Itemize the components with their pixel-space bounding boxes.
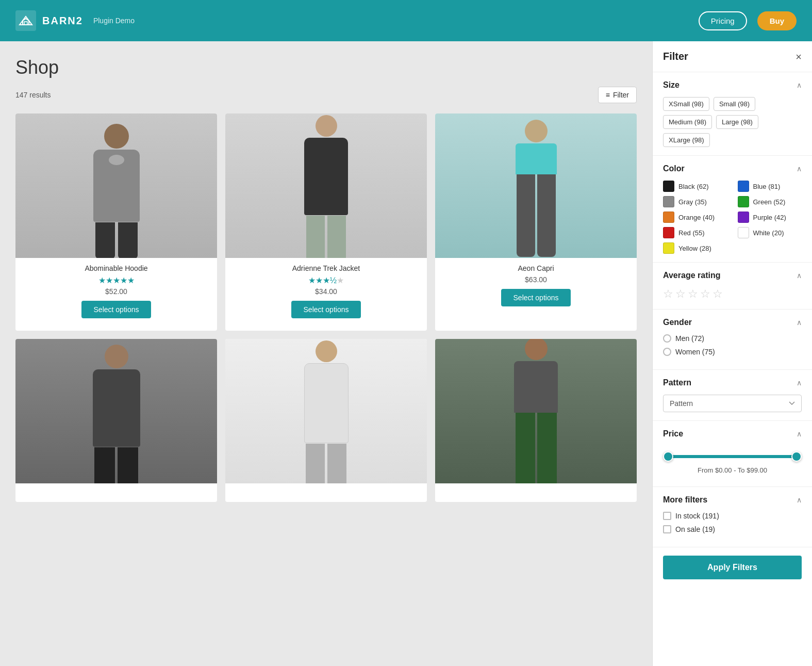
product-image-4 <box>15 339 217 483</box>
pattern-chevron-icon[interactable]: ∧ <box>797 379 802 387</box>
color-item-red[interactable]: Red (55) <box>663 227 727 238</box>
rating-stars[interactable]: ☆ ☆ ☆ ☆ ☆ <box>663 287 802 301</box>
select-options-button[interactable]: Select options <box>291 301 361 318</box>
color-swatch-purple <box>738 212 749 223</box>
product-card: Aeon Capri $63.00 Select options <box>435 113 637 331</box>
header: BARN2 Plugin Demo Pricing Buy <box>0 0 812 41</box>
price-section-header: Price ∧ <box>663 429 802 438</box>
color-swatch-red <box>663 227 674 238</box>
price-slider-max-thumb[interactable] <box>791 451 802 462</box>
star-5-icon[interactable]: ☆ <box>712 287 723 301</box>
product-price: $63.00 <box>440 275 632 284</box>
pattern-select[interactable]: Pattern Stripes Solid Plaid <box>663 395 802 412</box>
radio-women-icon <box>663 348 671 356</box>
product-stars: ★★★★★ <box>21 275 212 285</box>
color-label-white: White (20) <box>753 229 784 237</box>
select-options-button[interactable]: Select options <box>501 289 571 306</box>
more-filters-chevron-icon[interactable]: ∧ <box>797 496 802 504</box>
color-label-black: Black (62) <box>678 183 709 190</box>
color-label-orange: Orange (40) <box>678 214 715 221</box>
size-tag[interactable]: Medium (98) <box>663 115 712 129</box>
filter-header: Filter × <box>653 41 812 72</box>
logo-text: BARN2 <box>42 15 83 27</box>
size-tag[interactable]: Large (98) <box>716 115 758 129</box>
color-label-purple: Purple (42) <box>753 214 786 221</box>
results-count: 147 results <box>15 91 51 99</box>
size-chevron-icon[interactable]: ∧ <box>797 81 802 89</box>
star-4-icon[interactable]: ☆ <box>700 287 710 301</box>
gender-men-label: Men (72) <box>675 334 704 343</box>
product-info <box>435 483 637 494</box>
product-stars: ★★★½★ <box>230 275 422 285</box>
size-tag[interactable]: XLarge (98) <box>663 133 710 147</box>
color-chevron-icon[interactable]: ∧ <box>797 165 802 173</box>
gender-section-header: Gender ∧ <box>663 318 802 327</box>
price-chevron-icon[interactable]: ∧ <box>797 430 802 438</box>
product-card <box>225 339 427 502</box>
shop-title: Shop <box>15 57 637 78</box>
in-stock-option[interactable]: In stock (191) <box>663 512 802 520</box>
product-card <box>435 339 637 502</box>
star-1-icon[interactable]: ☆ <box>663 287 673 301</box>
price-slider-min-thumb[interactable] <box>663 451 673 462</box>
pricing-button[interactable]: Pricing <box>699 11 747 30</box>
on-sale-label: On sale (19) <box>675 525 715 533</box>
color-swatch-white <box>738 227 749 238</box>
gender-men-option[interactable]: Men (72) <box>663 334 802 343</box>
buy-button[interactable]: Buy <box>757 11 797 30</box>
color-item-white[interactable]: White (20) <box>738 227 802 238</box>
more-filters-header: More filters ∧ <box>663 495 802 505</box>
product-info: Abominable Hoodie ★★★★★ $52.00 Select op… <box>15 258 217 322</box>
gender-women-label: Women (75) <box>675 348 715 356</box>
apply-filters-button[interactable]: Apply Filters <box>663 556 802 579</box>
filter-icon: ≡ <box>606 91 610 99</box>
product-image-abominable <box>15 113 217 258</box>
color-label-red: Red (55) <box>678 229 705 237</box>
product-name: Abominable Hoodie <box>21 264 212 272</box>
color-item-purple[interactable]: Purple (42) <box>738 212 802 223</box>
product-info: Adrienne Trek Jacket ★★★½★ $34.00 Select… <box>225 258 427 322</box>
rating-chevron-icon[interactable]: ∧ <box>797 271 802 280</box>
price-section-title: Price <box>663 429 683 438</box>
color-item-green[interactable]: Green (52) <box>738 196 802 207</box>
size-tag[interactable]: XSmall (98) <box>663 97 709 111</box>
color-label-gray: Gray (35) <box>678 198 707 206</box>
color-item-black[interactable]: Black (62) <box>663 181 727 192</box>
color-item-gray[interactable]: Gray (35) <box>663 196 727 207</box>
product-info <box>15 483 217 494</box>
checkbox-on-sale-icon <box>663 525 671 533</box>
rating-section-header: Average rating ∧ <box>663 271 802 280</box>
checkbox-in-stock-icon <box>663 512 671 520</box>
color-section-header: Color ∧ <box>663 164 802 173</box>
size-section-title: Size <box>663 80 680 90</box>
close-filter-button[interactable]: × <box>796 52 802 62</box>
color-swatch-green <box>738 196 749 207</box>
filter-panel: Filter × Size ∧ XSmall (98) Small (98) M… <box>652 41 812 666</box>
product-name: Adrienne Trek Jacket <box>230 264 422 272</box>
gender-chevron-icon[interactable]: ∧ <box>797 318 802 327</box>
color-item-yellow[interactable]: Yellow (28) <box>663 242 727 254</box>
rating-section-title: Average rating <box>663 271 720 280</box>
pattern-section-header: Pattern ∧ <box>663 378 802 387</box>
filter-button[interactable]: ≡ Filter <box>598 87 637 103</box>
size-tag[interactable]: Small (98) <box>714 97 755 111</box>
color-label-yellow: Yellow (28) <box>678 245 711 252</box>
star-2-icon[interactable]: ☆ <box>675 287 686 301</box>
size-section: Size ∧ XSmall (98) Small (98) Medium (98… <box>653 72 812 156</box>
gender-section: Gender ∧ Men (72) Women (75) <box>653 310 812 370</box>
product-price: $52.00 <box>21 287 212 296</box>
select-options-button[interactable]: Select options <box>81 301 152 318</box>
gender-women-option[interactable]: Women (75) <box>663 348 802 356</box>
on-sale-option[interactable]: On sale (19) <box>663 525 802 533</box>
color-label-blue: Blue (81) <box>753 183 781 190</box>
product-info <box>225 483 427 494</box>
product-card: Adrienne Trek Jacket ★★★½★ $34.00 Select… <box>225 113 427 331</box>
barn2-logo-icon <box>15 10 36 31</box>
main-layout: Shop 147 results ≡ Filter <box>0 41 812 666</box>
star-3-icon[interactable]: ☆ <box>688 287 698 301</box>
color-item-orange[interactable]: Orange (40) <box>663 212 727 223</box>
size-section-header: Size ∧ <box>663 80 802 90</box>
product-image-6 <box>435 339 637 483</box>
apply-filters-area: Apply Filters <box>653 547 812 588</box>
color-item-blue[interactable]: Blue (81) <box>738 181 802 192</box>
